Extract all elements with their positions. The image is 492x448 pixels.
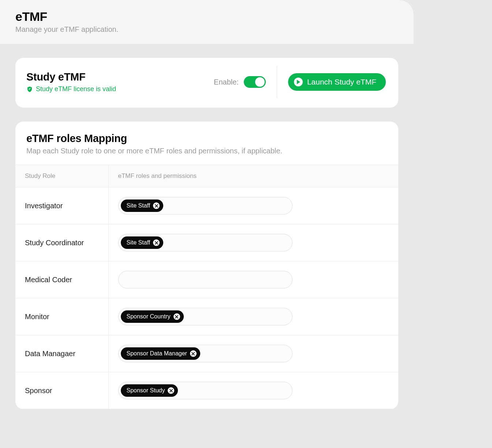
study-role-cell: Investigator <box>15 187 108 224</box>
mapping-title: eTMF roles Mapping <box>26 132 387 145</box>
page-title: eTMF <box>15 10 398 24</box>
etmf-roles-cell: Sponsor Country <box>108 298 398 335</box>
etmf-roles-cell: Sponsor Study <box>108 372 398 409</box>
study-role-cell: Medical Coder <box>15 261 108 298</box>
study-role-cell: Study Coordinator <box>15 224 108 261</box>
page-header: eTMF Manage your eTMF application. <box>0 0 414 44</box>
mapping-subtitle: Map each Study role to one or more eTMF … <box>26 147 387 155</box>
vertical-divider <box>277 66 277 98</box>
role-tag-input[interactable]: Sponsor Data Manager <box>118 345 292 362</box>
role-tag: Site Staff <box>121 199 164 212</box>
study-etmf-card: Study eTMF Study eTMF license is valid E… <box>15 58 398 108</box>
role-tag-input[interactable]: Sponsor Country <box>118 308 292 325</box>
status-info: Study eTMF Study eTMF license is valid <box>26 71 214 93</box>
close-icon[interactable] <box>168 387 174 394</box>
role-tag-input[interactable] <box>118 271 292 288</box>
col-study-role: Study Role <box>15 165 108 187</box>
study-role-cell: Data Managaer <box>15 335 108 372</box>
launch-study-etmf-button[interactable]: Launch Study eTMF <box>288 73 386 91</box>
close-icon[interactable] <box>153 239 160 246</box>
close-icon[interactable] <box>153 202 160 209</box>
role-tag-input[interactable]: Sponsor Study <box>118 382 292 399</box>
role-tag: Site Staff <box>121 236 164 249</box>
status-title: Study eTMF <box>26 71 214 83</box>
enable-block: Enable: <box>214 76 277 88</box>
role-tag: Sponsor Data Manager <box>121 347 200 360</box>
role-tag-label: Sponsor Data Manager <box>127 350 187 357</box>
license-status: Study eTMF license is valid <box>26 85 214 93</box>
etmf-roles-cell <box>108 261 398 298</box>
table-row: Study CoordinatorSite Staff <box>15 224 398 261</box>
col-etmf-roles: eTMF roles and permissions <box>108 165 398 187</box>
table-header-row: Study Role eTMF roles and permissions <box>15 165 398 187</box>
table-row: InvestigatorSite Staff <box>15 187 398 224</box>
role-tag-label: Sponsor Country <box>127 313 171 320</box>
table-row: SponsorSponsor Study <box>15 372 398 409</box>
role-tag: Sponsor Country <box>121 310 184 323</box>
role-tag-label: Sponsor Study <box>127 387 165 394</box>
role-tag-label: Site Staff <box>127 202 150 209</box>
study-role-cell: Sponsor <box>15 372 108 409</box>
enable-toggle[interactable] <box>244 76 266 88</box>
license-text: Study eTMF license is valid <box>36 85 116 93</box>
etmf-roles-cell: Site Staff <box>108 187 398 224</box>
role-tag-label: Site Staff <box>127 239 150 246</box>
role-tag-input[interactable]: Site Staff <box>118 197 292 214</box>
etmf-roles-cell: Site Staff <box>108 224 398 261</box>
etmf-roles-cell: Sponsor Data Manager <box>108 335 398 372</box>
role-tag: Sponsor Study <box>121 384 178 397</box>
shield-check-icon <box>26 86 33 93</box>
etmf-roles-mapping-card: eTMF roles Mapping Map each Study role t… <box>15 122 398 409</box>
play-icon <box>294 78 303 86</box>
toggle-knob <box>255 77 265 87</box>
close-icon[interactable] <box>174 313 180 320</box>
role-tag-input[interactable]: Site Staff <box>118 234 292 251</box>
close-icon[interactable] <box>190 350 197 357</box>
page-subtitle: Manage your eTMF application. <box>15 25 398 34</box>
enable-label: Enable: <box>214 78 239 86</box>
table-row: MonitorSponsor Country <box>15 298 398 335</box>
launch-button-label: Launch Study eTMF <box>307 78 376 86</box>
table-row: Medical Coder <box>15 261 398 298</box>
study-role-cell: Monitor <box>15 298 108 335</box>
roles-mapping-table: Study Role eTMF roles and permissions In… <box>15 165 398 409</box>
table-row: Data ManagaerSponsor Data Manager <box>15 335 398 372</box>
